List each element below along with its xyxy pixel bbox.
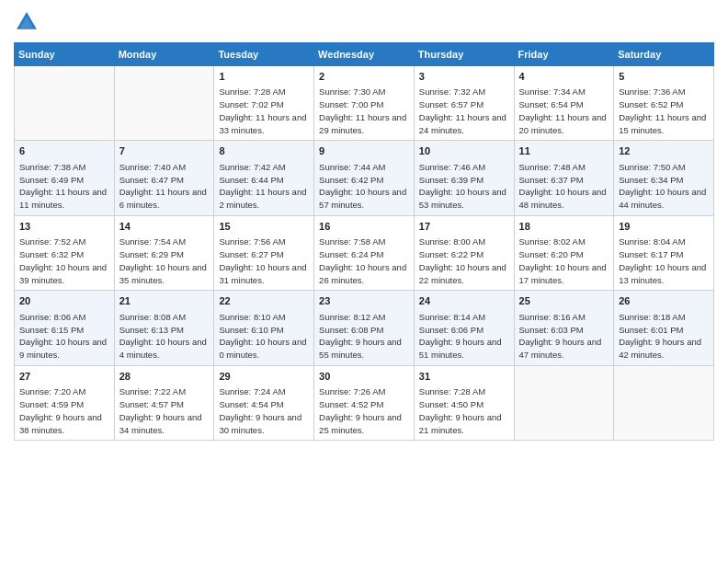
- day-number: 5: [619, 70, 709, 84]
- day-number: 7: [119, 144, 210, 158]
- calendar-cell: 12Sunrise: 7:50 AMSunset: 6:34 PMDayligh…: [614, 141, 714, 215]
- day-info: Sunrise: 7:50 AMSunset: 6:34 PMDaylight:…: [619, 161, 709, 212]
- day-number: 20: [19, 294, 109, 308]
- day-info: Sunrise: 8:00 AMSunset: 6:22 PMDaylight:…: [419, 236, 509, 286]
- calendar-cell: [514, 365, 614, 440]
- day-number: 11: [519, 144, 609, 158]
- weekday-header: Wednesday: [314, 43, 415, 66]
- day-info: Sunrise: 7:58 AMSunset: 6:24 PMDaylight:…: [319, 236, 409, 286]
- day-info: Sunrise: 8:04 AMSunset: 6:17 PMDaylight:…: [619, 236, 709, 286]
- day-number: 8: [219, 144, 309, 158]
- day-number: 19: [619, 220, 709, 234]
- calendar-cell: 20Sunrise: 8:06 AMSunset: 6:15 PMDayligh…: [15, 291, 115, 365]
- calendar-cell: 7Sunrise: 7:40 AMSunset: 6:47 PMDaylight…: [114, 141, 214, 215]
- calendar-cell: 17Sunrise: 8:00 AMSunset: 6:22 PMDayligh…: [414, 215, 514, 290]
- day-info: Sunrise: 8:10 AMSunset: 6:10 PMDaylight:…: [219, 311, 309, 362]
- calendar-cell: 5Sunrise: 7:36 AMSunset: 6:52 PMDaylight…: [614, 66, 714, 141]
- weekday-header: Tuesday: [214, 43, 314, 66]
- day-info: Sunrise: 7:26 AMSunset: 4:52 PMDaylight:…: [319, 385, 409, 436]
- calendar-cell: 23Sunrise: 8:12 AMSunset: 6:08 PMDayligh…: [314, 291, 415, 365]
- day-info: Sunrise: 7:20 AMSunset: 4:59 PMDaylight:…: [19, 385, 109, 436]
- calendar-cell: 30Sunrise: 7:26 AMSunset: 4:52 PMDayligh…: [314, 365, 415, 440]
- calendar-cell: 24Sunrise: 8:14 AMSunset: 6:06 PMDayligh…: [414, 291, 514, 365]
- day-info: Sunrise: 7:44 AMSunset: 6:42 PMDaylight:…: [319, 161, 409, 212]
- day-info: Sunrise: 7:28 AMSunset: 4:50 PMDaylight:…: [419, 385, 509, 436]
- day-number: 26: [619, 294, 709, 308]
- day-number: 9: [319, 144, 409, 158]
- calendar-cell: 21Sunrise: 8:08 AMSunset: 6:13 PMDayligh…: [114, 291, 214, 365]
- day-number: 25: [519, 294, 609, 308]
- day-number: 10: [419, 144, 509, 158]
- calendar-week-row: 27Sunrise: 7:20 AMSunset: 4:59 PMDayligh…: [15, 365, 714, 440]
- calendar-cell: 28Sunrise: 7:22 AMSunset: 4:57 PMDayligh…: [114, 365, 214, 440]
- day-number: 22: [219, 294, 309, 308]
- calendar-cell: 19Sunrise: 8:04 AMSunset: 6:17 PMDayligh…: [614, 215, 714, 290]
- day-info: Sunrise: 8:14 AMSunset: 6:06 PMDaylight:…: [419, 311, 509, 362]
- calendar-cell: 29Sunrise: 7:24 AMSunset: 4:54 PMDayligh…: [214, 365, 314, 440]
- day-number: 6: [19, 144, 109, 158]
- calendar-header-row: SundayMondayTuesdayWednesdayThursdayFrid…: [15, 43, 714, 66]
- weekday-header: Thursday: [414, 43, 514, 66]
- weekday-header: Saturday: [614, 43, 714, 66]
- page: SundayMondayTuesdayWednesdayThursdayFrid…: [0, 0, 728, 563]
- day-number: 4: [519, 70, 609, 84]
- calendar-cell: 10Sunrise: 7:46 AMSunset: 6:39 PMDayligh…: [414, 141, 514, 215]
- calendar-cell: 26Sunrise: 8:18 AMSunset: 6:01 PMDayligh…: [614, 291, 714, 365]
- calendar-cell: 22Sunrise: 8:10 AMSunset: 6:10 PMDayligh…: [214, 291, 314, 365]
- calendar-cell: 18Sunrise: 8:02 AMSunset: 6:20 PMDayligh…: [514, 215, 614, 290]
- calendar-cell: 6Sunrise: 7:38 AMSunset: 6:49 PMDaylight…: [15, 141, 115, 215]
- day-info: Sunrise: 7:34 AMSunset: 6:54 PMDaylight:…: [519, 86, 609, 136]
- calendar-cell: 11Sunrise: 7:48 AMSunset: 6:37 PMDayligh…: [514, 141, 614, 215]
- day-info: Sunrise: 7:48 AMSunset: 6:37 PMDaylight:…: [519, 161, 609, 212]
- calendar-cell: 31Sunrise: 7:28 AMSunset: 4:50 PMDayligh…: [414, 365, 514, 440]
- calendar-week-row: 13Sunrise: 7:52 AMSunset: 6:32 PMDayligh…: [15, 215, 714, 290]
- day-number: 1: [219, 70, 309, 84]
- calendar-cell: 27Sunrise: 7:20 AMSunset: 4:59 PMDayligh…: [15, 365, 115, 440]
- day-number: 17: [419, 220, 509, 234]
- logo-icon: [14, 9, 40, 35]
- day-number: 23: [319, 294, 409, 308]
- calendar-cell: 15Sunrise: 7:56 AMSunset: 6:27 PMDayligh…: [214, 215, 314, 290]
- day-number: 24: [419, 294, 509, 308]
- calendar-cell: [614, 365, 714, 440]
- day-number: 14: [119, 220, 210, 234]
- day-number: 18: [519, 220, 609, 234]
- calendar-week-row: 6Sunrise: 7:38 AMSunset: 6:49 PMDaylight…: [15, 141, 714, 215]
- calendar-cell: 13Sunrise: 7:52 AMSunset: 6:32 PMDayligh…: [15, 215, 115, 290]
- calendar-cell: [114, 66, 214, 141]
- day-number: 13: [19, 220, 109, 234]
- day-number: 3: [419, 70, 509, 84]
- calendar-cell: 14Sunrise: 7:54 AMSunset: 6:29 PMDayligh…: [114, 215, 214, 290]
- header: [14, 9, 714, 35]
- day-info: Sunrise: 8:06 AMSunset: 6:15 PMDaylight:…: [19, 311, 109, 362]
- calendar-week-row: 1Sunrise: 7:28 AMSunset: 7:02 PMDaylight…: [15, 66, 714, 141]
- day-info: Sunrise: 7:38 AMSunset: 6:49 PMDaylight:…: [19, 161, 109, 212]
- weekday-header: Friday: [514, 43, 614, 66]
- day-number: 31: [419, 370, 509, 384]
- day-number: 30: [319, 370, 409, 384]
- day-info: Sunrise: 8:18 AMSunset: 6:01 PMDaylight:…: [619, 311, 709, 362]
- day-info: Sunrise: 7:54 AMSunset: 6:29 PMDaylight:…: [119, 236, 210, 286]
- calendar-cell: [15, 66, 115, 141]
- day-number: 16: [319, 220, 409, 234]
- day-info: Sunrise: 7:40 AMSunset: 6:47 PMDaylight:…: [119, 161, 210, 212]
- day-info: Sunrise: 8:08 AMSunset: 6:13 PMDaylight:…: [119, 311, 210, 362]
- day-number: 2: [319, 70, 409, 84]
- day-info: Sunrise: 7:30 AMSunset: 7:00 PMDaylight:…: [319, 86, 409, 136]
- day-info: Sunrise: 8:02 AMSunset: 6:20 PMDaylight:…: [519, 236, 609, 286]
- day-number: 29: [219, 370, 309, 384]
- day-info: Sunrise: 7:28 AMSunset: 7:02 PMDaylight:…: [219, 86, 309, 136]
- day-number: 27: [19, 370, 109, 384]
- weekday-header: Monday: [114, 43, 214, 66]
- weekday-header: Sunday: [15, 43, 115, 66]
- day-number: 12: [619, 144, 709, 158]
- day-info: Sunrise: 8:12 AMSunset: 6:08 PMDaylight:…: [319, 311, 409, 362]
- day-info: Sunrise: 7:24 AMSunset: 4:54 PMDaylight:…: [219, 385, 309, 436]
- day-info: Sunrise: 8:16 AMSunset: 6:03 PMDaylight:…: [519, 311, 609, 362]
- calendar-cell: 3Sunrise: 7:32 AMSunset: 6:57 PMDaylight…: [414, 66, 514, 141]
- calendar-cell: 1Sunrise: 7:28 AMSunset: 7:02 PMDaylight…: [214, 66, 314, 141]
- day-info: Sunrise: 7:46 AMSunset: 6:39 PMDaylight:…: [419, 161, 509, 212]
- day-number: 28: [119, 370, 210, 384]
- day-info: Sunrise: 7:32 AMSunset: 6:57 PMDaylight:…: [419, 86, 509, 136]
- day-number: 15: [219, 220, 309, 234]
